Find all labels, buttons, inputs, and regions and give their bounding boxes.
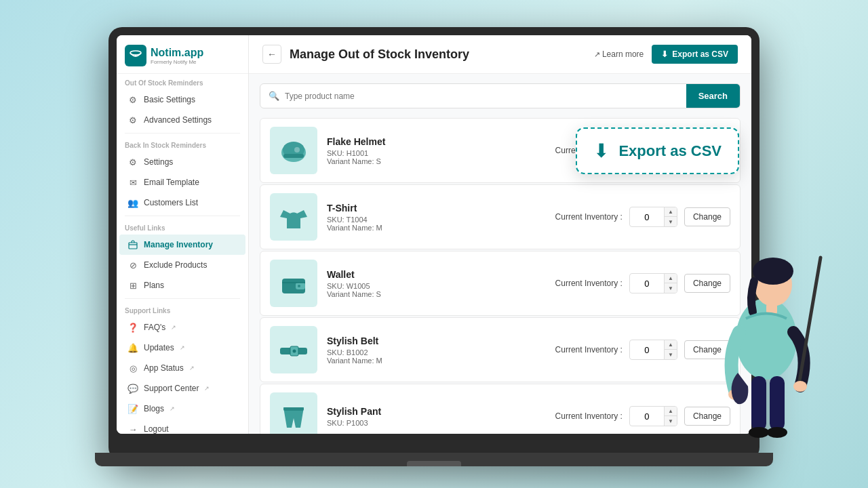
back-button[interactable]: ← xyxy=(262,45,281,64)
sidebar-item-faqs[interactable]: ❓ FAQ's ↗ xyxy=(119,317,245,338)
decrement-button[interactable]: ▼ xyxy=(665,217,677,226)
logo-icon xyxy=(125,45,146,66)
product-sku: SKU: T1004 xyxy=(327,216,546,224)
product-name: T-Shirt xyxy=(327,203,546,214)
spinner-buttons: ▲ ▼ xyxy=(664,407,677,426)
sidebar-label: Exclude Products xyxy=(144,260,207,270)
increment-button[interactable]: ▲ xyxy=(665,274,677,283)
search-input[interactable] xyxy=(285,85,678,107)
inventory-input-wrap: ▲ ▼ xyxy=(629,406,677,426)
sidebar-label: Plans xyxy=(144,281,164,290)
sidebar-label: Logout xyxy=(144,424,169,434)
sidebar-item-logout[interactable]: → Logout xyxy=(119,419,245,434)
sidebar-item-email-template[interactable]: ✉ Email Template xyxy=(119,172,245,192)
decrement-button[interactable]: ▼ xyxy=(665,416,677,426)
search-bar: 🔍 Search xyxy=(260,83,741,108)
product-name: Stylish Belt xyxy=(327,336,546,346)
sidebar-label: Basic Settings xyxy=(144,95,195,104)
inventory-input[interactable] xyxy=(630,276,664,291)
grid-icon: ⊞ xyxy=(127,280,138,291)
header-right: ↗ Learn more ⬇ Export as CSV xyxy=(594,45,738,64)
sidebar-item-blogs[interactable]: 📝 Blogs ↗ xyxy=(119,399,245,419)
svg-point-12 xyxy=(293,350,296,353)
laptop-container: Notim.app Formerly Notify Me Out Of Stoc… xyxy=(108,27,760,461)
product-variant: Variant Name: M xyxy=(327,224,546,232)
change-button[interactable]: Change xyxy=(684,407,730,426)
inventory-input[interactable] xyxy=(630,342,664,358)
external-link-icon: ↗ xyxy=(189,365,195,371)
faq-icon: ❓ xyxy=(127,322,138,333)
product-variant: Variant Name: M xyxy=(327,357,546,365)
sidebar-item-plans[interactable]: ⊞ Plans xyxy=(119,275,245,296)
spinner-buttons: ▲ ▼ xyxy=(664,340,677,359)
laptop-notch xyxy=(407,461,461,466)
external-link-icon: ↗ xyxy=(170,405,175,412)
divider xyxy=(125,298,240,299)
learn-more-link[interactable]: ↗ Learn more xyxy=(594,49,644,59)
change-button[interactable]: Change xyxy=(684,207,730,226)
svg-point-9 xyxy=(298,285,300,287)
sidebar-label: Support Center xyxy=(144,384,199,393)
gear-icon: ⚙ xyxy=(127,157,138,167)
product-name: Stylish Pant xyxy=(327,406,546,417)
sidebar-item-support-center[interactable]: 💬 Support Center ↗ xyxy=(119,378,245,399)
svg-point-18 xyxy=(793,381,807,392)
section-bis-label: Back In Stock Reminders xyxy=(117,136,248,152)
increment-button[interactable]: ▲ xyxy=(665,340,677,350)
product-sku: SKU: W1005 xyxy=(327,282,546,290)
inventory-input-wrap: ▲ ▼ xyxy=(629,207,677,227)
gear-icon: ⚙ xyxy=(127,94,138,105)
export-popup-text: Export as CSV xyxy=(618,142,722,160)
svg-rect-17 xyxy=(766,304,777,314)
svg-point-6 xyxy=(294,147,300,152)
sidebar-item-app-status[interactable]: ◎ App Status ↗ xyxy=(119,358,245,378)
sidebar-label: Settings xyxy=(144,157,173,167)
sidebar-item-settings[interactable]: ⚙ Settings xyxy=(119,152,245,172)
sidebar-label: Blogs xyxy=(144,404,164,413)
inventory-input[interactable] xyxy=(630,209,664,225)
change-button[interactable]: Change xyxy=(684,340,730,359)
page-title: Manage Out of Stock Inventory xyxy=(290,47,469,62)
product-row: T-Shirt SKU: T1004 Variant Name: M Curre… xyxy=(260,184,741,249)
external-link-icon: ↗ xyxy=(594,50,600,59)
divider xyxy=(125,216,240,216)
bell-icon: 🔔 xyxy=(127,342,138,353)
app-name: Notim.app xyxy=(151,47,203,58)
laptop-screen: Notim.app Formerly Notify Me Out Of Stoc… xyxy=(117,35,751,434)
product-image xyxy=(270,193,317,241)
svg-point-15 xyxy=(754,263,792,306)
svg-point-1 xyxy=(135,55,137,57)
sidebar-item-updates[interactable]: 🔔 Updates ↗ xyxy=(119,338,245,358)
change-button[interactable]: Change xyxy=(684,274,730,293)
ban-icon: ⊘ xyxy=(127,260,138,270)
sidebar-item-exclude-products[interactable]: ⊘ Exclude Products xyxy=(119,255,245,275)
sidebar-item-customers-list[interactable]: 👥 Customers List xyxy=(119,192,245,213)
search-button[interactable]: Search xyxy=(686,84,740,108)
svg-point-23 xyxy=(767,427,787,438)
learn-more-text: Learn more xyxy=(602,49,644,59)
export-csv-button[interactable]: ⬇ Export as CSV xyxy=(652,45,738,64)
inventory-input-wrap: ▲ ▼ xyxy=(629,340,677,360)
increment-button[interactable]: ▲ xyxy=(665,207,677,217)
product-row: Stylish Pant SKU: P1003 Current Inventor… xyxy=(260,384,741,434)
search-input-wrap: 🔍 xyxy=(260,85,686,107)
sidebar-item-advanced-settings[interactable]: ⚙ Advanced Settings xyxy=(119,110,245,130)
logout-icon: → xyxy=(127,424,138,434)
inventory-area: Current Inventory : ▲ ▼ Change xyxy=(555,340,730,360)
decrement-button[interactable]: ▼ xyxy=(665,350,677,359)
inventory-input[interactable] xyxy=(630,409,664,424)
product-sku: SKU: P1003 xyxy=(327,419,546,427)
increment-button[interactable]: ▲ xyxy=(665,407,677,416)
product-image xyxy=(270,260,317,307)
main-content: ← Manage Out of Stock Inventory ↗ Learn … xyxy=(249,35,751,434)
decrement-button[interactable]: ▼ xyxy=(665,283,677,293)
svg-rect-2 xyxy=(129,243,137,249)
sidebar-item-manage-inventory[interactable]: Manage Inventory xyxy=(119,235,245,255)
inventory-label: Current Inventory : xyxy=(555,345,623,354)
sidebar-label: App Status xyxy=(144,363,184,373)
header-left: ← Manage Out of Stock Inventory xyxy=(262,45,469,64)
search-icon: 🔍 xyxy=(269,91,279,101)
spinner-buttons: ▲ ▼ xyxy=(664,207,677,226)
download-icon: ⬇ xyxy=(593,140,609,162)
sidebar-item-basic-settings[interactable]: ⚙ Basic Settings xyxy=(119,89,245,110)
